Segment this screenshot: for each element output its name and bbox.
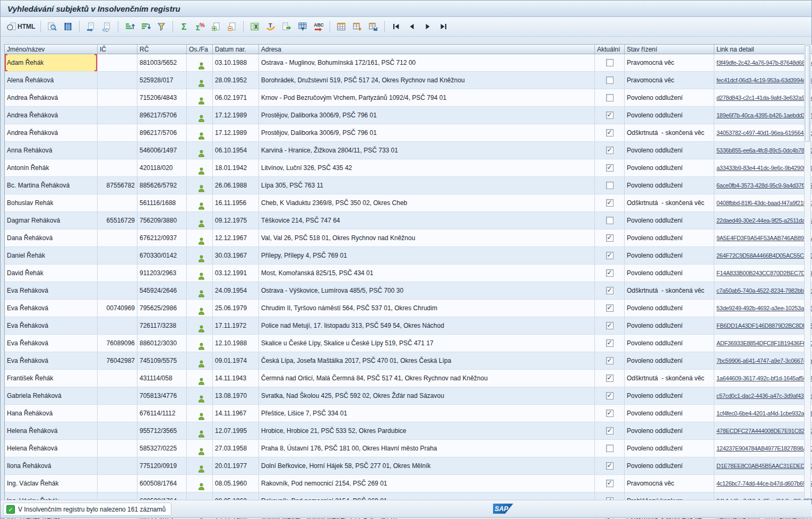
cell-link[interactable]: 34053782-c497-40d1-96ea-61956426bf14 [714,124,812,142]
cell-link[interactable]: 4c126bc7-74dd-44ce-b47d-d607b6925343 [714,475,812,492]
cell-address[interactable]: Police nad Metují, 17. listopadu 313, PS… [259,317,595,335]
cell-birth[interactable]: 03.10.1988 [213,54,259,72]
current-checkbox[interactable] [606,445,614,452]
cell-address[interactable]: Skalice u České Lípy, Skalice u České Lí… [259,335,595,352]
cell-ic[interactable] [98,142,137,159]
cell-ic[interactable] [98,475,137,492]
current-checkbox[interactable] [606,94,614,101]
cell-address[interactable]: Hrobice, Hrobice 21, PSČ 533 52, Okres P… [259,422,595,440]
cell-rc[interactable]: 775120/0919 [137,457,187,475]
cell-status[interactable]: Odškrtnutá - skončená věc [625,124,714,142]
cell-status[interactable]: Pravomocná věc [625,72,714,89]
cell-link[interactable]: D1E78EE8C0AB45B5AAC31EDED1135CD1 [714,457,812,475]
current-checkbox[interactable] [606,480,614,487]
cell-link[interactable]: 9A5E4FD3F9A54F53AAB746AB898CACF1 [714,229,812,247]
cell-address[interactable]: Ostrava - Muglinov, Bohumínská 172/161, … [259,54,595,72]
current-checkbox[interactable] [606,199,614,207]
excel-export-button[interactable] [247,19,262,34]
cell-link[interactable]: c57cd0c1-dac2-4436-a47c-3d9af4343a6e [714,387,812,405]
column-header-status[interactable]: Stav řízení [625,45,714,54]
column-header-ic[interactable]: IČ [98,45,137,54]
detail-link[interactable]: c57cd0c1-dac2-4436-a47c-3d9af4343a6e [716,393,812,399]
current-checkbox[interactable] [606,252,614,259]
cell-status[interactable]: Povoleno oddlužení [625,142,714,159]
current-checkbox[interactable] [606,76,614,84]
current-checkbox[interactable] [606,234,614,242]
current-checkbox[interactable] [606,357,614,364]
detail-link[interactable]: 189e6f7b-40ca-4395-b426-1aebdd3775c7 [716,112,812,118]
cell-name[interactable]: Eva Reháková [5,282,98,300]
cell-current[interactable] [595,317,625,335]
cell-name[interactable]: Eva Řeháková [5,317,98,335]
column-header-birth[interactable]: Datum nar. [213,45,259,54]
cell-link[interactable]: F14A833B00B243CC870D2BEC7DC93331 [714,265,812,282]
cell-address[interactable]: Praha 8, Ústavní 176, PSČ 181 00, Okres … [259,440,595,457]
detail-link[interactable]: f3f49dfe-2c42-4a76-947b-87648d68eade [716,59,812,66]
cell-rc[interactable]: 881003/5652 [137,54,187,72]
cell-birth[interactable]: 25.06.1979 [213,300,259,317]
cell-rc[interactable]: 600508/1764 [137,475,187,492]
collapse-button[interactable] [224,19,239,34]
cell-current[interactable] [595,352,625,370]
cell-link[interactable]: 6ace0fb4-3573-428d-95c9-9a4d37f3953c [714,177,812,194]
next-page-button[interactable] [420,19,435,34]
cell-current[interactable] [595,194,625,212]
cell-current[interactable] [595,177,625,194]
current-checkbox[interactable] [606,112,614,119]
cell-rc[interactable]: 546006/1497 [137,142,187,159]
cell-ic[interactable] [98,107,137,124]
detail-link[interactable]: a33433b9-83e4-41dc-9e6c-9b4290fc00db [716,165,812,171]
cell-rc[interactable]: 896217/5706 [137,107,187,124]
column-header-link[interactable]: Link na detail [714,45,812,54]
cell-ic[interactable] [98,247,137,265]
cell-address[interactable]: Most, Komořanská 825/15, PSČ 434 01 [259,265,595,282]
cell-link[interactable]: 124237E904784AB4977E1827B98A102F [714,440,812,457]
cell-status[interactable]: Povoleno oddlužení [625,422,714,440]
cell-rc[interactable]: 885626/5792 [137,177,187,194]
cell-ic[interactable] [98,370,137,387]
cell-current[interactable] [595,370,625,387]
cell-link[interactable]: 1cf4fec0-6be4-4201-af4d-1cbe932ab48e [714,405,812,422]
cell-status[interactable]: Pravomocná věc [625,475,714,492]
cell-rc[interactable]: 911203/2963 [137,265,187,282]
cell-name[interactable]: Helena Řeháková [5,422,98,440]
cell-link[interactable]: 7bc59906-a641-4747-a9e7-3c066745a054 [714,352,812,370]
current-checkbox[interactable] [606,392,614,399]
cell-birth[interactable]: 12.07.1995 [213,422,259,440]
copy-entries-alt-button[interactable] [99,19,114,34]
detail-link[interactable]: 5336b855-ee6a-4fc8-89c5-0dc4b78c535f [716,147,812,154]
current-checkbox[interactable] [606,269,614,277]
cell-name[interactable]: Andrea Řeháková [5,107,98,124]
cell-address[interactable]: Krnov - Pod Bezručovým Vrchem, Partyzánů… [259,89,595,107]
column-header-address[interactable]: Adresa [259,45,595,54]
cell-birth[interactable]: 12.10.1988 [213,335,259,352]
cell-address[interactable]: Cheb, K Viaduktu 2369/8, PSČ 350 02, Okr… [259,194,595,212]
detail-link[interactable]: 4c126bc7-74dd-44ce-b47d-d607b6925343 [716,480,812,487]
detail-link[interactable]: 34053782-c497-40d1-96ea-61956426bf14 [716,130,812,136]
cell-address[interactable]: Čermná nad Orlicí, Malá Čermná 84, PSČ 5… [259,370,595,387]
cell-link[interactable]: 189e6f7b-40ca-4395-b426-1aebdd3775c7 [714,107,812,124]
cell-birth[interactable]: 18.01.1942 [213,159,259,177]
cell-address[interactable]: Přeštice, Lišice 7, PSČ 334 01 [259,405,595,422]
cell-name[interactable]: Eva Řeháková [5,335,98,352]
cell-current[interactable] [595,229,625,247]
cell-link[interactable]: 22daed49-30e2-44ea-9f25-a2511da17afb [714,212,812,229]
copy-entries-button[interactable] [83,19,98,34]
cell-link[interactable]: d278d843-c2c1-41da-9afd-3e632a93ece5 [714,89,812,107]
cell-birth[interactable]: 13.08.1970 [213,387,259,405]
detail-link[interactable]: 9A5E4FD3F9A54F53AAB746AB898CACF1 [716,235,812,241]
first-page-button[interactable] [388,19,403,34]
detail-link[interactable]: d278d843-c2c1-41da-9afd-3e632a93ece5 [716,95,812,101]
detail-link[interactable]: fec41dcf-06d3-4c19-953a-63d3994dc3b8 [716,77,812,83]
cell-current[interactable] [595,89,625,107]
cell-ic[interactable] [98,89,137,107]
cell-rc[interactable]: 745109/5575 [137,352,187,370]
cell-link[interactable]: a33433b9-83e4-41dc-9e6c-9b4290fc00db [714,159,812,177]
current-checkbox[interactable] [606,462,614,470]
cell-name[interactable]: Gabriela Reháková [5,387,98,405]
cell-name[interactable]: Antonín Řehák [5,159,98,177]
sort-ascending-button[interactable] [122,19,137,34]
cell-address[interactable]: Přílepy, Přílepy 4, PSČ 769 01 [259,247,595,265]
cell-link[interactable]: ADF36933E8854DFC8F1B19436F6EC3BE [714,335,812,352]
subtotals-button[interactable]: Σ% [193,19,208,34]
